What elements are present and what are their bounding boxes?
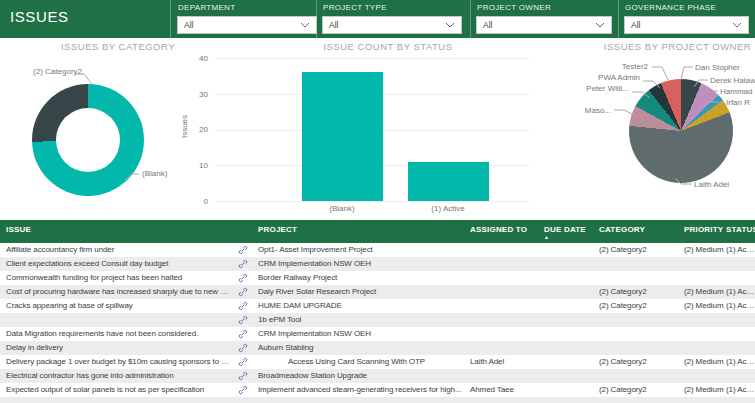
pie-label-derek: Derek Halaw bbox=[710, 76, 755, 85]
slicer-department: DEPARTMENT All bbox=[176, 0, 318, 38]
link-icon[interactable] bbox=[232, 369, 254, 383]
column-header-category[interactable]: CATEGORY bbox=[597, 220, 682, 243]
assigned-to-cell bbox=[468, 299, 542, 313]
category-cell bbox=[597, 313, 682, 327]
slicer-divider bbox=[170, 0, 171, 38]
issue-cell: Electrical contractor has gone into admi… bbox=[0, 369, 232, 383]
issue-cell: Delivery package 1 over budget by $10m c… bbox=[0, 355, 232, 369]
project-cell: Opt1- Asset Improvement Project bbox=[254, 243, 468, 257]
bar-blank[interactable] bbox=[302, 72, 383, 201]
issue-cell: Cracks appearing at base of spillway bbox=[0, 299, 232, 313]
priority-cell: (2) Medium bbox=[682, 243, 724, 257]
pie-label-maso: Maso... bbox=[575, 106, 611, 115]
link-icon[interactable] bbox=[232, 271, 254, 285]
table-row[interactable]: Delay in deliveryAuburn Stabling bbox=[0, 341, 755, 355]
category-cell bbox=[597, 257, 682, 271]
table-row[interactable]: Expected output of solar panels is not a… bbox=[0, 383, 755, 397]
project-type-filter-dropdown[interactable]: All bbox=[322, 16, 462, 34]
table-row[interactable]: Affiliate accountancy firm underOpt1- As… bbox=[0, 243, 755, 257]
project-cell: Auburn Stabling bbox=[254, 341, 468, 355]
dropdown-value: All bbox=[329, 20, 338, 30]
column-header-priority[interactable]: PRIORITY bbox=[682, 220, 724, 243]
project-cell: 1b ePM Tool bbox=[254, 313, 468, 327]
gridline bbox=[215, 58, 530, 59]
table-row[interactable]: Delivery package 1 over budget by $10m c… bbox=[0, 355, 755, 369]
due-date-cell bbox=[542, 341, 597, 355]
slicer-project-owner: PROJECT OWNER All bbox=[475, 0, 613, 38]
status-cell: (1) Active bbox=[724, 285, 755, 299]
issue-cell: Client expectations exceed Consult day b… bbox=[0, 257, 232, 271]
link-icon[interactable] bbox=[232, 243, 254, 257]
pie-chart-title: ISSUES BY PROJECT OWNER bbox=[600, 41, 755, 52]
project-cell: Daly River Solar Research Project bbox=[254, 285, 468, 299]
status-cell: (1) Active bbox=[724, 243, 755, 257]
table-row-partial[interactable] bbox=[0, 397, 755, 403]
due-date-cell bbox=[542, 285, 597, 299]
link-glyph bbox=[238, 245, 248, 255]
priority-cell bbox=[682, 341, 724, 355]
y-tick: 0 bbox=[186, 197, 208, 206]
donut-label-blank: (Blank) bbox=[142, 169, 167, 178]
project-owner-filter-dropdown[interactable]: All bbox=[476, 16, 612, 34]
table-row[interactable]: Data Migration requirements have not bee… bbox=[0, 327, 755, 341]
governance-phase-filter-dropdown[interactable]: All bbox=[624, 16, 749, 34]
due-date-label: DUE DATE bbox=[544, 225, 586, 234]
sort-ascending-icon: ▲ bbox=[544, 235, 597, 240]
slicer-divider bbox=[470, 0, 471, 38]
link-icon[interactable] bbox=[232, 383, 254, 397]
slicer-project-type: PROJECT TYPE All bbox=[321, 0, 463, 38]
category-cell bbox=[597, 327, 682, 341]
chevron-down-icon bbox=[445, 22, 455, 28]
category-cell bbox=[597, 271, 682, 285]
link-icon[interactable] bbox=[232, 341, 254, 355]
issues-by-project-owner-pie[interactable] bbox=[629, 79, 733, 183]
status-cell: (1) Active bbox=[724, 355, 755, 369]
column-header-status[interactable]: STATUS bbox=[724, 220, 755, 243]
pie-label-pwa-admin: PWA Admin bbox=[575, 73, 640, 82]
category-cell: (2) Category2 bbox=[597, 285, 682, 299]
table-row[interactable]: Commonwealth funding for project has bee… bbox=[0, 271, 755, 285]
column-header-project[interactable]: PROJECT bbox=[254, 220, 468, 243]
table-row[interactable]: Client expectations exceed Consult day b… bbox=[0, 257, 755, 271]
priority-cell: (2) Medium bbox=[682, 285, 724, 299]
issues-table-body: Affiliate accountancy firm underOpt1- As… bbox=[0, 243, 755, 397]
column-header-assigned-to[interactable]: ASSIGNED TO bbox=[468, 220, 542, 243]
link-icon[interactable] bbox=[232, 355, 254, 369]
column-header-due-date[interactable]: DUE DATE ▲ bbox=[542, 220, 597, 243]
y-tick: 40 bbox=[186, 54, 208, 63]
donut-label-category2: (2) Category2 bbox=[20, 67, 82, 76]
column-header-issue[interactable]: ISSUE bbox=[0, 220, 232, 243]
link-icon[interactable] bbox=[232, 285, 254, 299]
priority-cell: (2) Medium bbox=[682, 355, 724, 369]
bar-active[interactable] bbox=[408, 162, 489, 201]
link-icon[interactable] bbox=[232, 313, 254, 327]
project-cell: Broadmeadow Station Upgrade bbox=[254, 369, 468, 383]
link-icon[interactable] bbox=[232, 327, 254, 341]
bar-chart-plot-area bbox=[215, 58, 530, 201]
link-glyph bbox=[238, 301, 248, 311]
priority-cell: (2) Medium bbox=[682, 299, 724, 313]
assigned-to-cell bbox=[468, 271, 542, 285]
priority-cell bbox=[682, 257, 724, 271]
table-row[interactable]: 1b ePM Tool bbox=[0, 313, 755, 327]
link-icon[interactable] bbox=[232, 299, 254, 313]
status-cell bbox=[724, 369, 755, 383]
issues-table: ISSUE PROJECT ASSIGNED TO DUE DATE ▲ CAT… bbox=[0, 220, 755, 397]
table-row[interactable]: Electrical contractor has gone into admi… bbox=[0, 369, 755, 383]
assigned-to-cell bbox=[468, 285, 542, 299]
due-date-cell bbox=[542, 327, 597, 341]
project-cell: Implement advanced steam-generating rece… bbox=[254, 383, 468, 397]
y-tick: 20 bbox=[186, 125, 208, 134]
link-glyph bbox=[238, 343, 248, 353]
y-tick: 10 bbox=[186, 161, 208, 170]
link-icon[interactable] bbox=[232, 257, 254, 271]
assigned-to-cell bbox=[468, 341, 542, 355]
filter-label: PROJECT TYPE bbox=[323, 3, 387, 12]
department-filter-dropdown[interactable]: All bbox=[177, 16, 317, 34]
table-row[interactable]: Cost of procuring hardware has increased… bbox=[0, 285, 755, 299]
status-cell bbox=[724, 341, 755, 355]
assigned-to-cell bbox=[468, 369, 542, 383]
due-date-cell bbox=[542, 313, 597, 327]
project-cell: CRM Implementation NSW OEH bbox=[254, 257, 468, 271]
table-row[interactable]: Cracks appearing at base of spillwayHUME… bbox=[0, 299, 755, 313]
